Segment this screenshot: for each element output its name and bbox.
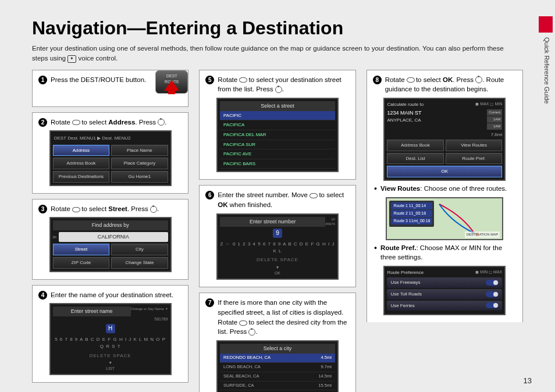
route-pref-bullet: Route Pref.: Choose MAX or MIN for the t… (374, 243, 517, 262)
step-number: 3 (38, 205, 47, 213)
side-label: Quick Reference Guide (543, 37, 550, 104)
press-button-icon (275, 86, 282, 93)
step-5-card: 5 Rotate to select your destination stre… (199, 70, 355, 180)
step-number: 8 (373, 76, 382, 84)
columns: 1 Press the DEST/ROUTE button. DEST ROUT… (32, 70, 523, 393)
step-text: Rotate to select your destination street… (218, 75, 349, 94)
press-button-icon (150, 206, 157, 213)
step-8-card: 8 Rotate to select OK. Press . Route gui… (367, 70, 523, 323)
step-text: If there is more than one city with the … (218, 298, 349, 337)
column-2: 5 Rotate to select your destination stre… (199, 70, 355, 393)
step-4-card: 4 Enter the name of your destination str… (32, 285, 188, 383)
column-3: 8 Rotate to select OK. Press . Route gui… (367, 70, 523, 393)
find-address-screen: Find address by in CALIFORNIA Street Cit… (49, 217, 172, 272)
intro-text: Enter your destination using one of seve… (32, 44, 521, 64)
map-routes-screen: Route 1 11_00:14 Route 2 11_00:18 Route … (386, 197, 503, 240)
calculate-route-screen: Calculate route to ◼ MAX ◻ MIN 1234 MAIN… (383, 98, 506, 181)
press-button-icon (475, 76, 482, 83)
step-3-card: 3 Rotate to select Street. Press . Find … (32, 199, 188, 280)
press-button-icon (248, 329, 255, 336)
enter-street-name-screen: Enter street name Change to Say Name ✦ 5… (49, 303, 172, 375)
rotate-knob-icon (72, 206, 80, 212)
step-number: 5 (205, 76, 214, 84)
step-number: 4 (38, 291, 47, 300)
rotate-knob-icon (407, 77, 414, 83)
rotate-knob-icon (239, 320, 247, 326)
step-text: Rotate to select OK. Press . Route guida… (385, 75, 517, 94)
dest-menu-screen: DEST Dest. MENU1 ▶ Dest. MENU2 Address P… (49, 130, 172, 186)
column-1: 1 Press the DEST/ROUTE button. DEST ROUT… (32, 70, 188, 393)
page-number: 13 (524, 376, 532, 385)
step-text: Enter the street number. Move to select … (218, 190, 349, 209)
voice-control-icon: ✦ (67, 55, 76, 63)
move-knob-icon (309, 193, 317, 198)
step-number: 7 (205, 298, 214, 307)
step-2-card: 2 Rotate to select Address. Press . DEST… (32, 112, 188, 194)
dest-route-button: DEST ROUTE (155, 70, 188, 94)
enter-street-number-screen: Enter street number 10 45679 9 Z ← 0 1 2… (216, 213, 339, 280)
route-preference-screen: Route Preference ◼ MIN ◻ MAX Use Freeway… (383, 266, 506, 315)
select-city-screen: Select a city REDONDO BEACH, CA4.5mi LON… (216, 340, 339, 392)
rotate-knob-icon (72, 119, 80, 125)
view-routes-bullet: View Routes: Choose one of three routes. (374, 184, 517, 194)
step-text: Rotate to select Street. Press . (51, 204, 182, 214)
step-text: Rotate to select Address. Press . (51, 117, 182, 127)
step-7-card: 7 If there is more than one city with th… (199, 293, 355, 392)
page-title: Navigation—Entering a Destination (32, 17, 523, 39)
step-number: 1 (38, 76, 47, 84)
page: Quick Reference Guide Navigation—Enterin… (0, 0, 555, 392)
step-text: Enter the name of your destination stree… (51, 290, 182, 300)
rotate-knob-icon (239, 77, 247, 83)
step-number: 6 (205, 191, 214, 199)
step-1-card: 1 Press the DEST/ROUTE button. DEST ROUT… (32, 70, 188, 107)
select-street-screen: Select a street PACIFIC PACIFICA PACIFIC… (216, 98, 339, 173)
step-number: 2 (38, 118, 47, 127)
press-button-icon (158, 119, 165, 126)
step-6-card: 6 Enter the street number. Move to selec… (199, 185, 355, 287)
section-tab (539, 16, 553, 33)
